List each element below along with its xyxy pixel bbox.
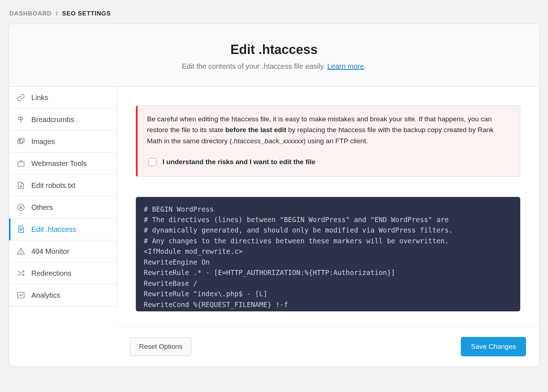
svg-point-13 (21, 253, 21, 253)
sidebar-item-redirections[interactable]: Redirections (9, 262, 117, 284)
htaccess-editor[interactable]: # BEGIN WordPress # The directives (line… (136, 197, 520, 311)
reset-options-button[interactable]: Reset Options (130, 337, 191, 356)
learn-more-link[interactable]: Learn more (327, 62, 364, 70)
links-icon (16, 93, 26, 102)
file-robot-icon (16, 181, 26, 190)
shuffle-icon (16, 269, 26, 278)
understand-risks-label[interactable]: I understand the risks and I want to edi… (162, 157, 315, 167)
sidebar-item-label: Links (31, 94, 48, 102)
sidebar-item-label: Edit robots.txt (31, 181, 75, 190)
file-text-icon (16, 225, 26, 234)
sidebar-item-analytics[interactable]: Analytics (9, 284, 117, 306)
alert-text: Be careful when editing the htaccess fil… (147, 114, 511, 147)
svg-point-2 (20, 140, 21, 141)
subtitle-text: Edit the contents of your .htaccess file… (182, 62, 327, 70)
sidebar-item-robots[interactable]: Edit robots.txt (9, 175, 117, 197)
content-area: Be careful when editing the htaccess fil… (117, 87, 539, 366)
sidebar-item-others[interactable]: Others (9, 197, 117, 218)
breadcrumb-separator: / (56, 10, 58, 17)
sidebar-item-images[interactable]: Images (9, 131, 117, 153)
list-icon (16, 203, 26, 212)
sidebar-item-htaccess[interactable]: Edit .htaccess (9, 218, 117, 240)
alert-text-segment: ) using an FTP client. (303, 137, 368, 145)
sidebar-item-label: Redirections (31, 269, 71, 278)
sidebar-item-label: Images (31, 138, 55, 146)
settings-sidebar: Links Breadcrumbs Images Webmaster Tools… (9, 87, 117, 306)
save-changes-button[interactable]: Save Changes (461, 337, 526, 356)
sidebar-item-label: Breadcrumbs (31, 116, 74, 124)
subtitle-period: . (364, 62, 366, 70)
page-title: Edit .htaccess (20, 42, 528, 57)
panel-footer: Reset Options Save Changes (117, 326, 539, 366)
signpost-icon (16, 115, 26, 124)
warning-alert: Be careful when editing the htaccess fil… (136, 105, 520, 177)
sidebar-item-breadcrumbs[interactable]: Breadcrumbs (9, 109, 117, 131)
images-icon (16, 137, 26, 146)
svg-rect-3 (18, 162, 24, 166)
sidebar-item-links[interactable]: Links (9, 87, 117, 109)
sidebar-item-label: 404 Monitor (31, 247, 70, 256)
understand-risks-checkbox[interactable] (148, 158, 156, 166)
breadcrumb-root[interactable]: DASHBOARD (9, 10, 52, 17)
settings-panel: Edit .htaccess Edit the contents of your… (9, 24, 539, 367)
sidebar-item-webmaster[interactable]: Webmaster Tools (9, 153, 117, 175)
sidebar-item-label: Analytics (31, 291, 60, 299)
sidebar-item-404[interactable]: 404 Monitor (9, 240, 117, 262)
svg-point-4 (20, 186, 22, 188)
chart-line-icon (16, 291, 26, 299)
sidebar-item-label: Others (31, 203, 53, 212)
alert-bold-text: before the last edit (226, 126, 286, 134)
breadcrumb-current: SEO SETTINGS (62, 10, 111, 17)
panel-header: Edit .htaccess Edit the contents of your… (9, 24, 539, 87)
alert-italic-text: .htaccess_back_xxxxxx (232, 137, 303, 145)
sidebar-item-label: Edit .htaccess (31, 225, 76, 234)
sidebar-item-label: Webmaster Tools (31, 159, 87, 168)
alert-triangle-icon (16, 247, 26, 256)
page-subtitle: Edit the contents of your .htaccess file… (20, 62, 528, 71)
briefcase-icon (16, 159, 26, 168)
breadcrumb: DASHBOARD / SEO SETTINGS (9, 10, 539, 17)
